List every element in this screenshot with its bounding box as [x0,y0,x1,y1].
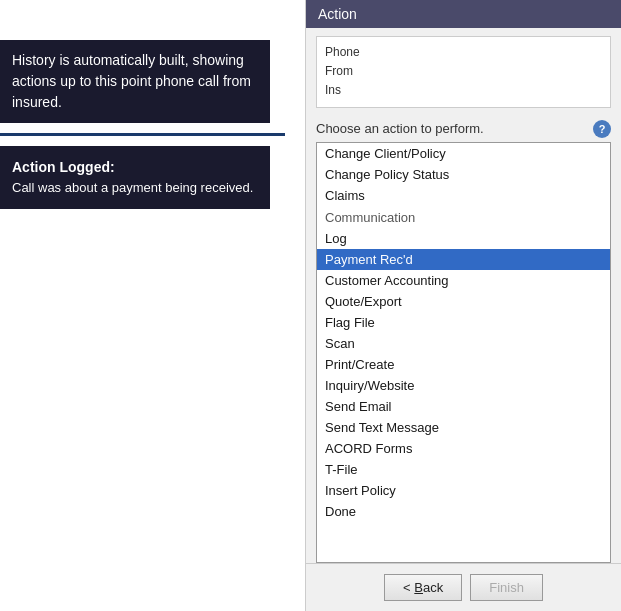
dropdown-item-communication[interactable]: Communication [317,206,610,228]
finish-label: Finish [489,580,524,595]
action-logged-body: Call was about a payment being received. [12,178,258,199]
dropdown-list[interactable]: Change Client/PolicyChange Policy Status… [317,143,610,562]
choose-label-row: Choose an action to perform. ? [306,116,621,142]
divider-line [0,133,285,136]
dropdown-item-quote-export[interactable]: Quote/Export [317,291,610,312]
dropdown-container: Change Client/PolicyChange Policy Status… [316,142,611,563]
info-line-2: From [325,62,602,81]
info-box: Phone From Ins [316,36,611,108]
dropdown-item-change-policy-status[interactable]: Change Policy Status [317,164,610,185]
dropdown-item-customer-accounting[interactable]: Customer Accounting [317,270,610,291]
right-panel: Action Phone From Ins Choose an action t… [305,0,621,611]
action-title: Action [318,6,357,22]
help-icon[interactable]: ? [593,120,611,138]
dropdown-item-send-email[interactable]: Send Email [317,396,610,417]
action-logged-block: Action Logged: Call was about a payment … [0,146,270,209]
history-block: History is automatically built, showing … [0,40,270,123]
action-title-bar: Action [306,0,621,28]
dropdown-item-acord-forms[interactable]: ACORD Forms [317,438,610,459]
dropdown-item-insert-policy[interactable]: Insert Policy [317,480,610,501]
back-button[interactable]: < Back [384,574,462,601]
history-text: History is automatically built, showing … [12,52,251,110]
dropdown-item-payment-recd[interactable]: Payment Rec'd [317,249,610,270]
dropdown-item-inquiry-website[interactable]: Inquiry/Website [317,375,610,396]
dropdown-item-print-create[interactable]: Print/Create [317,354,610,375]
info-line-1: Phone [325,43,602,62]
finish-button[interactable]: Finish [470,574,543,601]
action-logged-title: Action Logged: [12,156,258,178]
dropdown-item-log[interactable]: Log [317,228,610,249]
dropdown-item-flag-file[interactable]: Flag File [317,312,610,333]
dropdown-item-scan[interactable]: Scan [317,333,610,354]
dropdown-item-change-client-policy[interactable]: Change Client/Policy [317,143,610,164]
left-panel: History is automatically built, showing … [0,0,305,611]
dropdown-item-claims[interactable]: Claims [317,185,610,206]
dropdown-item-done[interactable]: Done [317,501,610,522]
dropdown-item-t-file[interactable]: T-File [317,459,610,480]
dropdown-item-send-text-message[interactable]: Send Text Message [317,417,610,438]
bottom-buttons: < Back Finish [306,563,621,611]
choose-label: Choose an action to perform. [316,121,593,136]
info-line-3: Ins [325,81,602,100]
